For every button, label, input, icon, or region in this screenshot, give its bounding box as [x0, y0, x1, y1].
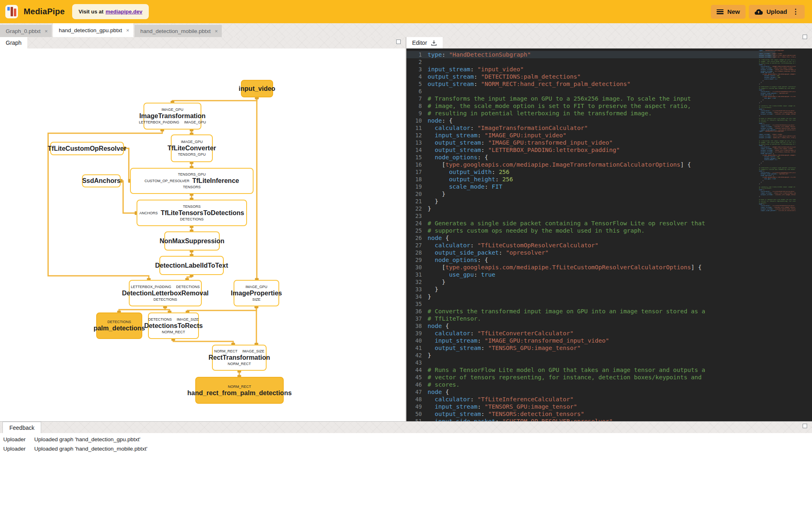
mediapipe-dev-link[interactable]: mediapipe.dev	[106, 9, 142, 15]
graph-node-DetectionLetterboxRemoval[interactable]: LETTERBOX_PADDINGDETECTIONSDetectionLett…	[129, 280, 202, 306]
code-line-13[interactable]: 13 output_stream: "IMAGE_GPU:transformed…	[406, 139, 775, 146]
code-line-48[interactable]: 48 calculator: "TfLiteInferenceCalculato…	[406, 396, 775, 403]
code-line-12[interactable]: 12 input_stream: "IMAGE_GPU:input_video"	[406, 132, 775, 139]
code-line-46[interactable]: 46# scores.	[406, 381, 775, 388]
download-icon[interactable]	[431, 40, 437, 46]
graph-node-palm_detections[interactable]: DETECTIONSpalm_detections	[96, 312, 142, 339]
code-line-49[interactable]: 49 input_stream: "TENSORS_GPU:image_tens…	[406, 403, 775, 410]
line-number: 20	[406, 190, 428, 198]
graph-node-RectTransformation[interactable]: NORM_RECTIMAGE_SIZERectTransformationNOR…	[212, 345, 267, 371]
line-number: 34	[406, 293, 428, 300]
code-line-45[interactable]: 45# vector of tensors representing, for …	[406, 374, 775, 381]
new-button[interactable]: New	[711, 5, 746, 19]
minimap-line: input_side_packet: "CUSTOM_OP_RESOLVER:o…	[759, 210, 796, 212]
code-line-41[interactable]: 41 output_stream: "TENSORS_GPU:image_ten…	[406, 344, 775, 352]
upload-more-icon[interactable]: ⋮	[792, 7, 799, 16]
file-tab-hand_detection_mobile.pbtxt[interactable]: hand_detection_mobile.pbtxt×	[135, 25, 222, 37]
code-line-25[interactable]: 25# supports custom ops needed by the mo…	[406, 227, 775, 234]
code-line-6[interactable]: 6	[406, 88, 775, 95]
code-line-50[interactable]: 50 output_stream: "TENSORS:detection_ten…	[406, 410, 775, 418]
code-line-1[interactable]: 1type: "HandDetectionSubgraph"	[406, 51, 775, 58]
minimap[interactable]: type: "HandDetectionSubgraph"input_strea…	[759, 50, 796, 212]
code-line-37[interactable]: 37# TfLiteTensor.	[406, 315, 775, 322]
code-line-51[interactable]: 51 input_side_packet: "CUSTOM_OP_RESOLVE…	[406, 418, 775, 421]
line-number: 5	[406, 80, 428, 88]
graph-node-TfLiteCustomOpResolver[interactable]: TfLiteCustomOpResolver	[50, 142, 124, 155]
graph-node-TfLiteTensorsToDetections[interactable]: TENSORSANCHORSTfLiteTensorsToDetectionsD…	[137, 200, 247, 226]
code-line-11[interactable]: 11 calculator: "ImageTransformationCalcu…	[406, 124, 775, 132]
code-line-23[interactable]: 23	[406, 212, 775, 220]
code-line-19[interactable]: 19 scale_mode: FIT	[406, 183, 775, 190]
graph-tab[interactable]: Graph	[0, 37, 27, 48]
code-line-3[interactable]: 3input_stream: "input_video"	[406, 66, 775, 73]
code-line-10[interactable]: 10node: {	[406, 117, 775, 124]
close-tab-icon[interactable]: ×	[215, 28, 218, 34]
code-line-38[interactable]: 38node {	[406, 322, 775, 330]
close-tab-icon[interactable]: ×	[45, 28, 48, 34]
code-line-4[interactable]: 4output_stream: "DETECTIONS:palm_detecti…	[406, 73, 775, 80]
code-line-7[interactable]: 7# Transforms the input image on GPU to …	[406, 95, 775, 102]
code-line-31[interactable]: 31 use_gpu: true	[406, 271, 775, 278]
code-line-47[interactable]: 47node {	[406, 388, 775, 396]
code-line-24[interactable]: 24# Generates a single side packet conta…	[406, 220, 775, 227]
graph-node-DetectionsToRects[interactable]: DETECTIONSIMAGE_SIZEDetectionsToRectsNOR…	[148, 312, 199, 339]
code-line-26[interactable]: 26node {	[406, 234, 775, 242]
code-line-35[interactable]: 35	[406, 300, 775, 308]
graph-node-input_video[interactable]: input_video	[241, 80, 273, 97]
graph-popout-icon[interactable]	[396, 40, 401, 44]
port-label-NORM_RECT: NORM_RECT	[227, 361, 251, 367]
upload-button[interactable]: Upload ⋮	[749, 5, 805, 19]
port-label-CUSTOM_OP_RESOLVER: CUSTOM_OP_RESOLVER	[145, 179, 190, 183]
code-line-43[interactable]: 43	[406, 359, 775, 366]
code-line-5[interactable]: 5output_stream: "NORM_RECT:hand_rect_fro…	[406, 80, 775, 88]
new-menu-icon	[717, 9, 724, 14]
code-line-36[interactable]: 36# Converts the transformed input image…	[406, 308, 775, 315]
file-tab-Graph_0.pbtxt[interactable]: Graph_0.pbtxt×	[0, 25, 52, 37]
graph-node-ImageTransformation[interactable]: IMAGE_GPUImageTransformationLETTERBOX_PA…	[143, 103, 201, 130]
upload-cloud-icon	[755, 9, 763, 15]
code-line-40[interactable]: 40 input_stream: "IMAGE_GPU:transformed_…	[406, 337, 775, 344]
code-line-15[interactable]: 15 node_options: {	[406, 154, 775, 161]
code-line-30[interactable]: 30 [type.googleapis.com/mediapipe.TfLite…	[406, 264, 775, 271]
code-line-17[interactable]: 17 output_width: 256	[406, 168, 775, 176]
code-line-29[interactable]: 29 node_options: {	[406, 256, 775, 264]
code-line-32[interactable]: 32 }	[406, 278, 775, 286]
feedback-strip: Feedback	[0, 422, 812, 433]
feedback-tab[interactable]: Feedback	[2, 422, 41, 433]
graph-node-TfLiteConverter[interactable]: IMAGE_GPUTfLiteConverterTENSORS_GPU	[171, 134, 213, 162]
graph-node-DetectionLabelIdToText[interactable]: DetectionLabelIdToText	[159, 256, 224, 275]
code-line-34[interactable]: 34}	[406, 293, 775, 300]
code-editor[interactable]: 1type: "HandDetectionSubgraph"23input_st…	[406, 48, 812, 421]
graph-node-SsdAnchors[interactable]: SsdAnchors	[82, 174, 121, 187]
line-number: 26	[406, 234, 428, 242]
editor-tab[interactable]: Editor	[406, 37, 443, 48]
file-tab-hand_detection_gpu.pbtxt[interactable]: hand_detection_gpu.pbtxt×	[53, 23, 133, 37]
line-number: 10	[406, 117, 428, 124]
node-title: ImageTransformation	[139, 112, 206, 120]
code-line-28[interactable]: 28 output_side_packet: "opresolver"	[406, 249, 775, 256]
graph-node-ImageProperties[interactable]: IMAGE_GPUImagePropertiesSIZE	[234, 280, 279, 306]
graph-node-TfLiteInference[interactable]: TENSORS_GPUCUSTOM_OP_RESOLVERTfLiteInfer…	[130, 168, 254, 194]
code-line-39[interactable]: 39 calculator: "TfLiteConverterCalculato…	[406, 330, 775, 337]
code-line-33[interactable]: 33 }	[406, 286, 775, 293]
code-line-8[interactable]: 8# image, the scale_mode option is set t…	[406, 102, 775, 110]
feedback-popout-icon[interactable]	[803, 424, 807, 428]
graph-node-NonMaxSuppression[interactable]: NonMaxSuppression	[164, 231, 220, 251]
code-line-16[interactable]: 16 [type.googleapis.com/mediapipe.ImageT…	[406, 161, 775, 168]
mediapipe-logo-icon	[5, 5, 18, 18]
code-line-27[interactable]: 27 calculator: "TfLiteCustomOpResolverCa…	[406, 242, 775, 249]
code-line-2[interactable]: 2	[406, 58, 775, 66]
code-line-14[interactable]: 14 output_stream: "LETTERBOX_PADDING:let…	[406, 146, 775, 154]
code-line-9[interactable]: 9# resulting in potential letterboxing i…	[406, 110, 775, 117]
code-line-42[interactable]: 42}	[406, 352, 775, 359]
code-line-21[interactable]: 21 }	[406, 198, 775, 205]
feedback-source: Uploader	[3, 436, 29, 442]
editor-popout-icon[interactable]	[803, 35, 807, 39]
graph-node-hand_rect_from_palm_detections[interactable]: NORM_RECThand_rect_from_palm_detections	[195, 377, 284, 404]
code-line-20[interactable]: 20 }	[406, 190, 775, 198]
code-line-18[interactable]: 18 output_height: 256	[406, 176, 775, 183]
code-line-22[interactable]: 22}	[406, 205, 775, 212]
graph-canvas[interactable]: input_videoIMAGE_GPUImageTransformationL…	[0, 48, 406, 421]
code-line-44[interactable]: 44# Runs a TensorFlow Lite model on GPU …	[406, 366, 775, 374]
close-tab-icon[interactable]: ×	[126, 27, 130, 33]
